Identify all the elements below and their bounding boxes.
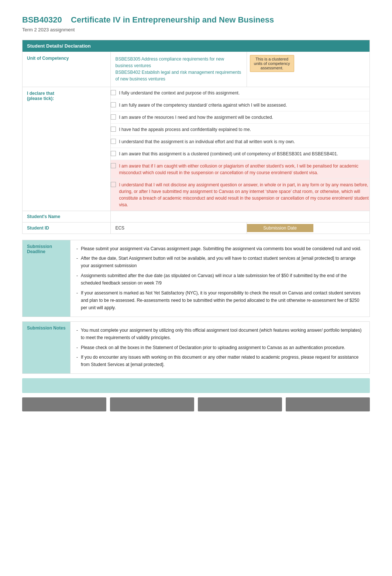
deadline-item: Assignments submitted after the due date…	[76, 271, 364, 288]
notes-list: You must complete your assignment by uti…	[76, 325, 364, 370]
checkbox-list: I fully understand the context and purpo…	[111, 87, 369, 211]
submission-notes-table: Submission Notes You must complete your …	[22, 321, 370, 374]
bottom-col-3	[198, 397, 282, 411]
declare-item-5: I understand that the assignment is an i…	[111, 136, 369, 148]
clustered-badge: This is a clustered units of competency …	[250, 55, 294, 72]
unit-label: Unit of Competency	[23, 52, 111, 87]
student-id-value: ECS	[111, 222, 247, 234]
declare-content: I fully understand the context and purpo…	[111, 87, 370, 211]
deadline-label: Submission Deadline	[23, 240, 71, 317]
page-subtitle: Term 2 2023 assignment	[22, 27, 370, 32]
notes-label: Submission Notes	[23, 321, 71, 373]
deadline-item: After the due date, Start Assignment but…	[76, 253, 364, 271]
declare-item-3: I am aware of the resources I need and h…	[111, 111, 369, 124]
deadline-list: Please submit your assignment via Canvas…	[76, 244, 364, 313]
student-name-value[interactable]	[111, 211, 370, 222]
student-id-row: Student ID ECS Submission Date	[23, 222, 370, 234]
deadline-item: If your assessment is marked as Not Yet …	[76, 288, 364, 313]
declare-text-8: I understand that I will not disclose an…	[119, 182, 369, 208]
declare-label: I declare that (please tick):	[23, 87, 111, 211]
section-header: Student Details/ Declaration	[23, 40, 370, 52]
bottom-bar	[22, 378, 370, 393]
page-header: BSB40320 Certificate IV in Entrepreneurs…	[22, 15, 370, 32]
submission-deadline-table: Submission Deadline Please submit your a…	[22, 240, 370, 317]
unit-codes: BSBESB305 Address compliance requirement…	[115, 56, 242, 82]
declare-text-4: I have had the appeals process and confi…	[119, 126, 369, 133]
declare-text-1: I fully understand the context and purpo…	[119, 90, 369, 96]
notes-row: Submission Notes You must complete your …	[23, 321, 370, 373]
deadline-content: Please submit your assignment via Canvas…	[71, 240, 370, 317]
checkbox-6[interactable]	[111, 151, 116, 156]
bottom-columns	[22, 397, 370, 411]
notes-item: Please check on all the boxes in the Sta…	[76, 343, 364, 352]
checkbox-1[interactable]	[111, 90, 116, 95]
declare-text-7: I am aware that if I am caught with eith…	[119, 163, 369, 176]
declare-text-5: I understand that the assignment is an i…	[119, 138, 369, 145]
notes-content: You must complete your assignment by uti…	[71, 321, 370, 373]
declare-text-3: I am aware of the resources I need and h…	[119, 114, 369, 121]
checkbox-8[interactable]	[111, 182, 116, 187]
submission-date-label: Submission Date	[247, 224, 313, 232]
student-name-row: Student's Name	[23, 211, 370, 222]
bottom-col-2	[110, 397, 194, 411]
notes-item: You must complete your assignment by uti…	[76, 325, 364, 343]
declare-row: I declare that (please tick): I fully un…	[23, 87, 370, 211]
declare-item-1: I fully understand the context and purpo…	[111, 87, 369, 99]
checkbox-7[interactable]	[111, 163, 116, 168]
unit-content: BSBESB305 Address compliance requirement…	[111, 52, 247, 87]
checkbox-2[interactable]	[111, 102, 116, 107]
main-table: Student Details/ Declaration Unit of Com…	[22, 40, 370, 234]
notes-item: If you do encounter any issues with work…	[76, 352, 364, 370]
declare-item-6: I am aware that this assignment is a clu…	[111, 148, 369, 160]
declare-text-2: I am fully aware of the competency stand…	[119, 102, 369, 108]
student-name-label: Student's Name	[23, 211, 111, 222]
student-id-label: Student ID	[23, 222, 111, 234]
bottom-col-4	[286, 397, 370, 411]
page-title: BSB40320 Certificate IV in Entrepreneurs…	[22, 15, 370, 25]
deadline-row: Submission Deadline Please submit your a…	[23, 240, 370, 317]
unit-badge-cell: This is a clustered units of competency …	[247, 52, 369, 87]
declare-item-2: I am fully aware of the competency stand…	[111, 99, 369, 111]
checkbox-3[interactable]	[111, 114, 116, 120]
declare-text-6: I am aware that this assignment is a clu…	[119, 151, 369, 157]
checkbox-4[interactable]	[111, 127, 116, 132]
declare-item-7: I am aware that if I am caught with eith…	[111, 160, 369, 179]
declare-item-8: I understand that I will not disclose an…	[111, 179, 369, 211]
checkbox-5[interactable]	[111, 139, 116, 144]
deadline-item: Please submit your assignment via Canvas…	[76, 244, 364, 253]
unit-competency-row: Unit of Competency BSBESB305 Address com…	[23, 52, 370, 87]
submission-date-cell: Submission Date	[247, 222, 369, 234]
bottom-col-1	[22, 397, 106, 411]
declare-item-4: I have had the appeals process and confi…	[111, 124, 369, 136]
